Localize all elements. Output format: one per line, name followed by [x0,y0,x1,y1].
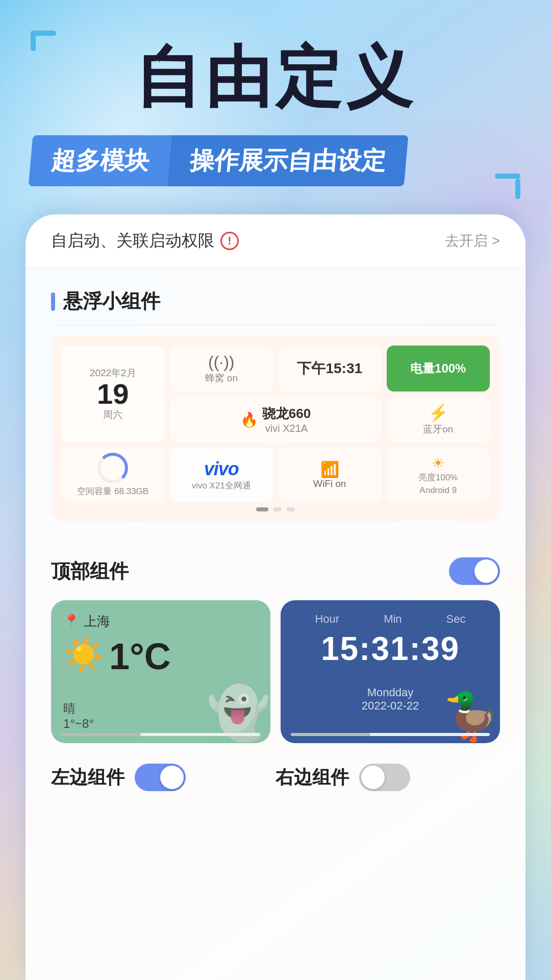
bottom-section: 左边组件 右边组件 [26,764,525,791]
weather-panel: 📍 上海 ☀️ 1°C 晴 1°~8° 👻 [51,600,270,743]
clock-labels: Hour Min Sec [293,612,488,626]
android-label: Android 9 [419,485,457,496]
wifi-label: WiFi on [313,478,346,489]
subtitle-left: 超多模块 [29,135,172,186]
bluetooth-label: 蓝牙on [423,423,453,436]
brightness-label: 亮度100% [418,472,458,483]
hero-title: 自由定义 [0,41,551,114]
widget-storage: 空间容量 68.33GB [61,448,165,502]
widget-battery: 电量100% [387,346,490,391]
vivo-logo: vivo [204,458,239,480]
widget-weekday: 周六 [103,408,122,422]
weather-location: 📍 上海 [63,612,258,630]
cpu-brand: 骁龙660 [262,405,311,423]
wifi-icon: 📶 [320,460,339,478]
right-toggle-knob [361,766,385,789]
right-widget-label: 右边组件 [276,765,349,790]
subtitle-banner: 超多模块 操作展示自由设定 [31,135,406,186]
widget-cpu: 🔥 骁龙660 vivi X21A [170,397,382,443]
signal-label: 蜂窝 on [205,372,238,385]
weather-temp-row: ☀️ 1°C [63,635,258,677]
permission-banner[interactable]: 自启动、关联启动权限 ! 去开启 > [26,214,525,268]
widget-brightness-android: ☀ 亮度100% Android 9 [387,448,490,502]
carousel-dot-2 [273,507,282,511]
widget-signal: ((·)) 蜂窝 on [170,346,273,391]
right-widget-toggle[interactable] [359,764,410,791]
vivo-model: vivo X21全网通 [192,480,251,492]
time-text: 下午15:31 [297,359,362,378]
right-widget-item: 右边组件 [276,764,500,791]
cpu-model: vivi X21A [262,423,311,434]
widget-wifi: 📶 WiFi on [278,448,382,502]
storage-ring [97,453,128,483]
left-widget-label: 左边组件 [51,765,124,790]
phone-mockup: 自启动、关联启动权限 ! 去开启 > 悬浮小组件 2022年2月 19 周六 [26,214,525,980]
hero-title-container: 自由定义 [0,41,551,114]
widget-card: 2022年2月 19 周六 ((·)) 蜂窝 on 下午15 [51,335,500,522]
top-widget-section: 顶部组件 [26,547,525,600]
widget-grid: 2022年2月 19 周六 ((·)) 蜂窝 on 下午15 [61,346,490,502]
top-widget-toggle[interactable] [449,557,500,585]
corner-decoration-br [495,174,520,199]
title-bar-decoration [51,292,55,311]
warning-icon: ! [220,232,239,250]
carousel-dot-3 [287,507,295,511]
signal-icon: ((·)) [208,353,235,372]
permission-action[interactable]: 去开启 > [445,231,500,251]
top-widget-label: 顶部组件 [51,558,129,584]
clock-time: 15:31:39 [293,630,488,668]
floating-widget-section: 悬浮小组件 2022年2月 19 周六 ((·)) 蜂窝 [26,268,525,547]
left-toggle-knob [160,766,184,789]
location-pin-icon: 📍 [63,614,80,629]
toggle-knob [474,559,498,583]
widget-day: 19 [97,380,129,408]
section-divider [51,325,500,325]
widget-panels: 📍 上海 ☀️ 1°C 晴 1°~8° 👻 Hou [26,600,525,743]
carousel-dots [61,507,490,511]
brightness-icon: ☀ [432,455,444,472]
carousel-dot-1 [256,507,268,511]
widget-bluetooth: ⚡ 蓝牙on [387,397,490,443]
snapdragon-icon: 🔥 [240,411,258,428]
left-widget-item: 左边组件 [51,764,276,791]
battery-label: 电量100% [410,360,466,377]
weather-description: 晴 1°~8° [63,700,94,731]
weather-temperature: 1°C [109,635,171,677]
sun-icon: ☀️ [63,635,104,674]
storage-size: 空间容量 68.33GB [77,485,148,497]
widget-time: 下午15:31 [278,346,382,391]
floating-widget-title: 悬浮小组件 [51,288,500,314]
widget-vivo: vivo vivo X21全网通 [170,448,273,502]
widget-date: 2022年2月 19 周六 [61,346,165,443]
subtitle-right: 操作展示自由设定 [167,135,409,186]
left-widget-toggle[interactable] [135,764,186,791]
clock-panel: Hour Min Sec 15:31:39 Mondday 2022-02-22… [281,600,500,743]
bluetooth-icon: ⚡ [428,403,448,423]
permission-text: 自启动、关联启动权限 [51,230,214,252]
permission-label-group: 自启动、关联启动权限 ! [51,230,239,252]
